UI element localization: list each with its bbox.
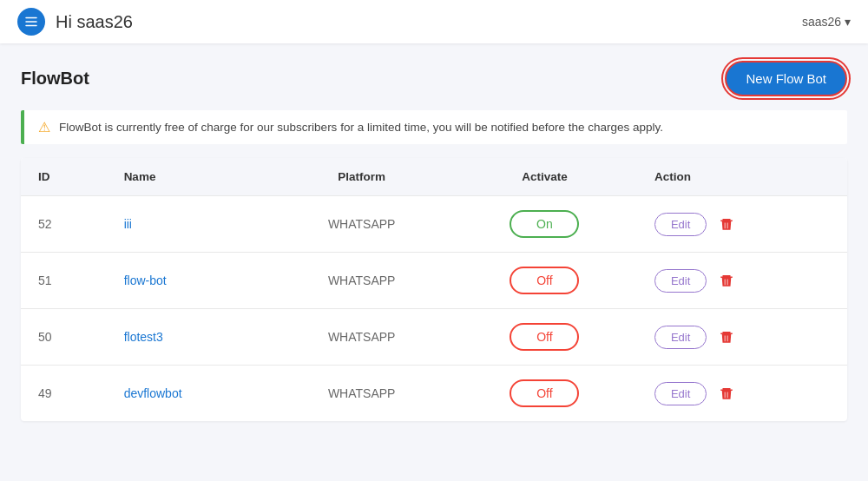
- svg-rect-2: [25, 25, 37, 27]
- notice-bar: ⚠ FlowBot is currently free of charge fo…: [21, 110, 847, 144]
- delete-button[interactable]: [715, 214, 738, 234]
- cell-name: flotest3: [107, 309, 272, 366]
- delete-button[interactable]: [715, 384, 738, 403]
- page-title: FlowBot: [21, 69, 89, 89]
- cell-platform: WHATSAPP: [271, 253, 452, 309]
- table-header-row: ID Name Platform Activate Action: [21, 158, 847, 196]
- notice-text: FlowBot is currently free of charge for …: [59, 121, 663, 134]
- cell-activate: On: [452, 196, 637, 253]
- table-row: 52 iii WHATSAPP On Edit: [21, 196, 847, 253]
- col-activate: Activate: [452, 158, 637, 196]
- activate-toggle[interactable]: On: [510, 210, 579, 238]
- cell-action: Edit: [637, 253, 847, 309]
- cell-action: Edit: [637, 309, 847, 366]
- new-flow-bot-button[interactable]: New Flow Bot: [725, 61, 847, 96]
- cell-name: devflowbot: [107, 366, 272, 422]
- svg-rect-0: [25, 17, 37, 19]
- col-platform: Platform: [271, 158, 452, 196]
- activate-toggle[interactable]: Off: [510, 267, 579, 294]
- flowbot-table: ID Name Platform Activate Action 52 iii …: [21, 158, 847, 421]
- app-header: Hi saas26 saas26 ▾: [0, 0, 868, 43]
- user-label: saas26 ▾: [802, 15, 851, 29]
- table-row: 50 flotest3 WHATSAPP Off Edit: [21, 309, 847, 366]
- menu-icon[interactable]: [17, 8, 45, 36]
- activate-toggle[interactable]: Off: [510, 323, 579, 351]
- cell-id: 50: [21, 309, 107, 366]
- cell-platform: WHATSAPP: [271, 366, 452, 422]
- edit-button[interactable]: Edit: [654, 382, 707, 405]
- warning-icon: ⚠: [38, 119, 50, 135]
- cell-name: iii: [107, 196, 272, 253]
- main-content: FlowBot New Flow Bot ⚠ FlowBot is curren…: [0, 43, 868, 438]
- cell-platform: WHATSAPP: [271, 196, 452, 253]
- header-title: Hi saas26: [56, 12, 133, 32]
- cell-action: Edit: [637, 366, 847, 422]
- header-left: Hi saas26: [17, 8, 133, 36]
- cell-platform: WHATSAPP: [271, 309, 452, 366]
- cell-id: 52: [21, 196, 107, 253]
- user-menu[interactable]: saas26 ▾: [802, 15, 851, 29]
- cell-activate: Off: [452, 309, 637, 366]
- cell-activate: Off: [452, 253, 637, 309]
- edit-button[interactable]: Edit: [654, 269, 707, 293]
- cell-action: Edit: [637, 196, 847, 253]
- col-name: Name: [107, 158, 272, 196]
- svg-rect-1: [25, 21, 37, 23]
- table-row: 51 flow-bot WHATSAPP Off Edit: [21, 253, 847, 309]
- cell-name: flow-bot: [107, 253, 272, 309]
- activate-toggle[interactable]: Off: [510, 379, 579, 407]
- table-row: 49 devflowbot WHATSAPP Off Edit: [21, 366, 847, 422]
- edit-button[interactable]: Edit: [654, 213, 707, 236]
- delete-button[interactable]: [715, 271, 738, 290]
- col-action: Action: [637, 158, 847, 196]
- cell-id: 49: [21, 366, 107, 422]
- page-header: FlowBot New Flow Bot: [21, 61, 847, 96]
- col-id: ID: [21, 158, 107, 196]
- cell-id: 51: [21, 253, 107, 309]
- edit-button[interactable]: Edit: [654, 326, 707, 349]
- delete-button[interactable]: [715, 327, 738, 346]
- cell-activate: Off: [452, 366, 637, 422]
